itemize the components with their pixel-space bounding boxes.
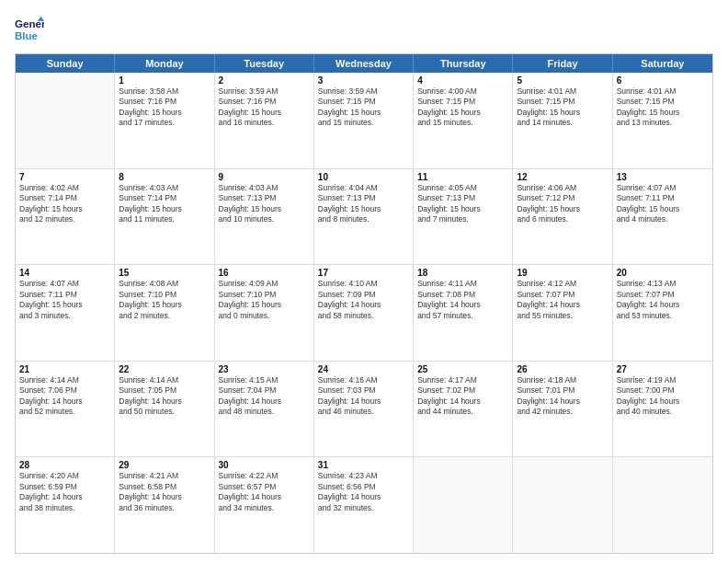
cell-text: Daylight: 14 hours (219, 396, 310, 407)
cell-text: Sunset: 7:00 PM (617, 385, 709, 396)
day-cell-4: 4Sunrise: 4:00 AMSunset: 7:15 PMDaylight… (414, 73, 513, 168)
cell-text: Sunset: 7:13 PM (318, 193, 409, 203)
logo-icon: General Blue (15, 15, 44, 44)
day-number: 24 (318, 364, 409, 374)
cell-text: Sunrise: 3:59 AM (318, 86, 409, 97)
day-number: 19 (517, 268, 608, 278)
day-cell-15: 15Sunrise: 4:08 AMSunset: 7:10 PMDayligh… (115, 265, 214, 361)
day-number: 30 (219, 460, 310, 470)
day-number: 11 (417, 172, 508, 182)
day-cell-26: 26Sunrise: 4:18 AMSunset: 7:01 PMDayligh… (513, 362, 612, 457)
cell-text: Sunset: 7:02 PM (417, 385, 508, 396)
day-cell-23: 23Sunrise: 4:15 AMSunset: 7:04 PMDayligh… (215, 362, 314, 457)
svg-text:Blue: Blue (15, 30, 39, 41)
day-number: 10 (318, 172, 409, 182)
cell-text: and 50 minutes. (119, 407, 210, 417)
cell-text: Sunrise: 4:04 AM (318, 183, 409, 193)
empty-cell-4-6 (613, 457, 712, 553)
cell-text: Sunrise: 4:18 AM (517, 375, 608, 385)
day-number: 15 (119, 268, 210, 278)
cell-text: Daylight: 15 hours (119, 300, 210, 310)
cell-text: and 2 minutes. (119, 311, 210, 321)
cell-text: and 15 minutes. (318, 118, 409, 128)
cell-text: Sunrise: 4:01 AM (617, 86, 709, 97)
cell-text: Sunset: 7:15 PM (417, 97, 508, 107)
cell-text: Daylight: 14 hours (617, 396, 709, 407)
cell-text: Sunset: 6:56 PM (318, 482, 409, 492)
cell-text: and 10 minutes. (219, 214, 310, 224)
day-number: 1 (119, 75, 210, 86)
calendar-row-0: 1Sunrise: 3:58 AMSunset: 7:16 PMDaylight… (16, 73, 712, 169)
cell-text: and 57 minutes. (417, 311, 508, 321)
cell-text: Daylight: 15 hours (517, 108, 608, 118)
logo: General Blue (15, 15, 44, 44)
cell-text: Sunset: 7:14 PM (19, 193, 110, 203)
cell-text: Sunset: 7:13 PM (417, 193, 508, 203)
cell-text: Sunrise: 4:12 AM (517, 279, 608, 289)
cell-text: Sunset: 6:58 PM (119, 482, 210, 492)
day-number: 23 (219, 364, 310, 374)
cell-text: and 42 minutes. (517, 407, 608, 417)
cell-text: Sunrise: 4:17 AM (417, 375, 508, 385)
cell-text: Daylight: 15 hours (617, 204, 709, 214)
cell-text: and 38 minutes. (19, 503, 110, 513)
cell-text: Daylight: 14 hours (617, 300, 709, 310)
day-number: 14 (19, 268, 110, 278)
day-number: 25 (417, 364, 508, 374)
day-number: 13 (617, 172, 709, 182)
cell-text: Daylight: 15 hours (19, 300, 110, 310)
cell-text: Sunset: 7:13 PM (219, 193, 310, 203)
cell-text: Sunset: 7:10 PM (219, 290, 310, 300)
cell-text: Sunrise: 4:03 AM (219, 183, 310, 193)
day-cell-24: 24Sunrise: 4:16 AMSunset: 7:03 PMDayligh… (314, 362, 414, 457)
day-cell-27: 27Sunrise: 4:19 AMSunset: 7:00 PMDayligh… (613, 362, 712, 457)
cell-text: Daylight: 15 hours (19, 204, 110, 214)
cell-text: Sunset: 7:04 PM (219, 385, 310, 396)
day-cell-30: 30Sunrise: 4:22 AMSunset: 6:57 PMDayligh… (215, 457, 314, 553)
empty-cell-4-5 (513, 457, 612, 553)
cell-text: Sunrise: 4:01 AM (517, 86, 608, 97)
cell-text: and 40 minutes. (617, 407, 709, 417)
cell-text: Daylight: 14 hours (318, 300, 409, 310)
weekday-header-friday: Friday (513, 54, 612, 73)
cell-text: Daylight: 15 hours (617, 108, 709, 118)
day-cell-12: 12Sunrise: 4:06 AMSunset: 7:12 PMDayligh… (513, 169, 612, 265)
day-cell-11: 11Sunrise: 4:05 AMSunset: 7:13 PMDayligh… (414, 169, 513, 265)
cell-text: Sunset: 6:57 PM (219, 482, 310, 492)
cell-text: Sunrise: 4:10 AM (318, 279, 409, 289)
cell-text: Daylight: 14 hours (19, 492, 110, 502)
cell-text: Daylight: 14 hours (517, 396, 608, 407)
weekday-header-sunday: Sunday (16, 54, 115, 73)
day-number: 2 (219, 75, 310, 86)
cell-text: Daylight: 15 hours (417, 204, 508, 214)
day-number: 16 (219, 268, 310, 278)
cell-text: Sunset: 7:01 PM (517, 385, 608, 396)
day-number: 20 (617, 268, 709, 278)
cell-text: Sunset: 7:09 PM (318, 290, 409, 300)
day-cell-20: 20Sunrise: 4:13 AMSunset: 7:07 PMDayligh… (613, 265, 712, 361)
day-cell-5: 5Sunrise: 4:01 AMSunset: 7:15 PMDaylight… (513, 73, 612, 168)
cell-text: and 15 minutes. (417, 118, 508, 128)
day-number: 7 (19, 172, 110, 182)
day-cell-16: 16Sunrise: 4:09 AMSunset: 7:10 PMDayligh… (215, 265, 314, 361)
calendar-header: SundayMondayTuesdayWednesdayThursdayFrid… (16, 54, 712, 73)
cell-text: and 46 minutes. (318, 407, 409, 417)
cell-text: Daylight: 14 hours (417, 300, 508, 310)
cell-text: Daylight: 15 hours (318, 204, 409, 214)
cell-text: Daylight: 14 hours (219, 492, 310, 502)
day-cell-19: 19Sunrise: 4:12 AMSunset: 7:07 PMDayligh… (513, 265, 612, 361)
day-number: 4 (417, 75, 508, 86)
cell-text: Daylight: 14 hours (119, 492, 210, 502)
cell-text: Sunrise: 4:07 AM (617, 183, 709, 193)
cell-text: Sunset: 7:12 PM (517, 193, 608, 203)
cell-text: and 17 minutes. (119, 118, 210, 128)
day-cell-25: 25Sunrise: 4:17 AMSunset: 7:02 PMDayligh… (414, 362, 513, 457)
cell-text: Sunrise: 4:14 AM (119, 375, 210, 385)
cell-text: Sunset: 7:07 PM (617, 290, 709, 300)
cell-text: Sunrise: 4:16 AM (318, 375, 409, 385)
day-number: 22 (119, 364, 210, 374)
cell-text: Daylight: 14 hours (19, 396, 110, 407)
day-number: 9 (219, 172, 310, 182)
day-number: 12 (517, 172, 608, 182)
cell-text: Daylight: 15 hours (119, 108, 210, 118)
